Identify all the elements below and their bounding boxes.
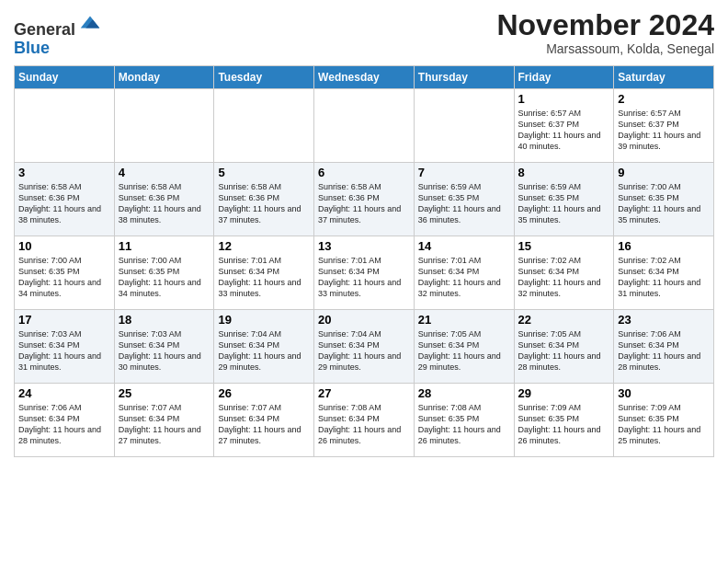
calendar-cell: [414, 88, 514, 162]
day-info: Sunrise: 6:58 AMSunset: 6:36 PMDaylight:…: [119, 181, 210, 226]
location-subtitle: Marsassoum, Kolda, Senegal: [496, 41, 714, 56]
day-info: Sunrise: 7:09 AMSunset: 6:35 PMDaylight:…: [618, 402, 710, 447]
month-title: November 2024: [496, 9, 714, 41]
calendar-cell: 11Sunrise: 7:00 AMSunset: 6:35 PMDayligh…: [114, 236, 214, 309]
calendar-cell: 25Sunrise: 7:07 AMSunset: 6:34 PMDayligh…: [114, 383, 214, 456]
day-number: 5: [218, 166, 310, 179]
logo-icon: [77, 9, 103, 35]
day-number: 20: [318, 313, 410, 327]
calendar-cell: 20Sunrise: 7:04 AMSunset: 6:34 PMDayligh…: [314, 309, 415, 383]
day-number: 13: [318, 239, 410, 253]
day-number: 14: [418, 239, 510, 253]
day-info: Sunrise: 7:07 AMSunset: 6:34 PMDaylight:…: [119, 402, 210, 447]
day-number: 22: [518, 313, 610, 327]
calendar-cell: 15Sunrise: 7:02 AMSunset: 6:34 PMDayligh…: [514, 236, 614, 309]
calendar-header-row: SundayMondayTuesdayWednesdayThursdayFrid…: [15, 65, 714, 88]
calendar-cell: 23Sunrise: 7:06 AMSunset: 6:34 PMDayligh…: [614, 309, 714, 383]
day-number: 17: [18, 313, 110, 327]
day-number: 24: [18, 386, 110, 400]
day-info: Sunrise: 7:06 AMSunset: 6:34 PMDaylight:…: [618, 328, 710, 373]
calendar-cell: 2Sunrise: 6:57 AMSunset: 6:37 PMDaylight…: [614, 88, 714, 162]
calendar-cell: [314, 88, 415, 162]
calendar-week-5: 24Sunrise: 7:06 AMSunset: 6:34 PMDayligh…: [15, 383, 714, 456]
day-number: 27: [318, 386, 410, 400]
day-number: 26: [218, 386, 310, 400]
day-info: Sunrise: 6:59 AMSunset: 6:35 PMDaylight:…: [518, 181, 610, 226]
calendar-week-4: 17Sunrise: 7:03 AMSunset: 6:34 PMDayligh…: [15, 309, 714, 383]
weekday-header-monday: Monday: [114, 65, 214, 88]
day-info: Sunrise: 7:09 AMSunset: 6:35 PMDaylight:…: [518, 402, 610, 447]
calendar-cell: 19Sunrise: 7:04 AMSunset: 6:34 PMDayligh…: [214, 309, 314, 383]
day-info: Sunrise: 7:05 AMSunset: 6:34 PMDaylight:…: [518, 328, 610, 373]
calendar-cell: [114, 88, 214, 162]
day-number: 21: [418, 313, 510, 327]
calendar-cell: 21Sunrise: 7:05 AMSunset: 6:34 PMDayligh…: [414, 309, 514, 383]
day-info: Sunrise: 7:02 AMSunset: 6:34 PMDaylight:…: [618, 255, 710, 300]
calendar-cell: 18Sunrise: 7:03 AMSunset: 6:34 PMDayligh…: [114, 309, 214, 383]
day-number: 19: [218, 313, 310, 327]
weekday-header-saturday: Saturday: [614, 65, 714, 88]
calendar-cell: 30Sunrise: 7:09 AMSunset: 6:35 PMDayligh…: [614, 383, 714, 456]
weekday-header-friday: Friday: [514, 65, 614, 88]
day-number: 8: [518, 166, 610, 179]
day-number: 29: [518, 386, 610, 400]
calendar-cell: 10Sunrise: 7:00 AMSunset: 6:35 PMDayligh…: [15, 236, 115, 309]
calendar-cell: 22Sunrise: 7:05 AMSunset: 6:34 PMDayligh…: [514, 309, 614, 383]
calendar-cell: 9Sunrise: 7:00 AMSunset: 6:35 PMDaylight…: [614, 162, 714, 236]
day-number: 10: [18, 239, 110, 253]
day-info: Sunrise: 6:57 AMSunset: 6:37 PMDaylight:…: [518, 108, 610, 153]
day-info: Sunrise: 7:05 AMSunset: 6:34 PMDaylight:…: [418, 328, 510, 373]
calendar-cell: 7Sunrise: 6:59 AMSunset: 6:35 PMDaylight…: [414, 162, 514, 236]
logo-blue: Blue: [14, 39, 50, 57]
day-info: Sunrise: 7:04 AMSunset: 6:34 PMDaylight:…: [318, 328, 410, 373]
calendar-cell: 28Sunrise: 7:08 AMSunset: 6:35 PMDayligh…: [414, 383, 514, 456]
day-number: 11: [119, 239, 210, 253]
page-header: General Blue November 2024 Marsassoum, K…: [14, 9, 714, 58]
day-number: 12: [218, 239, 310, 253]
calendar-cell: 12Sunrise: 7:01 AMSunset: 6:34 PMDayligh…: [214, 236, 314, 309]
calendar-cell: 5Sunrise: 6:58 AMSunset: 6:36 PMDaylight…: [214, 162, 314, 236]
day-number: 2: [618, 92, 710, 106]
day-info: Sunrise: 6:58 AMSunset: 6:36 PMDaylight:…: [318, 181, 410, 226]
calendar-cell: 16Sunrise: 7:02 AMSunset: 6:34 PMDayligh…: [614, 236, 714, 309]
weekday-header-sunday: Sunday: [15, 65, 115, 88]
calendar-cell: [214, 88, 314, 162]
day-number: 3: [18, 166, 110, 179]
title-block: November 2024 Marsassoum, Kolda, Senegal: [496, 9, 714, 56]
page-container: General Blue November 2024 Marsassoum, K…: [0, 0, 728, 466]
weekday-header-tuesday: Tuesday: [214, 65, 314, 88]
day-number: 15: [518, 239, 610, 253]
day-info: Sunrise: 6:58 AMSunset: 6:36 PMDaylight:…: [18, 181, 110, 226]
logo-general: General: [14, 20, 75, 39]
calendar-table: SundayMondayTuesdayWednesdayThursdayFrid…: [14, 65, 714, 457]
day-number: 30: [618, 386, 710, 400]
day-info: Sunrise: 7:08 AMSunset: 6:34 PMDaylight:…: [318, 402, 410, 447]
day-info: Sunrise: 7:03 AMSunset: 6:34 PMDaylight:…: [119, 328, 210, 373]
day-number: 1: [518, 92, 610, 106]
day-info: Sunrise: 7:02 AMSunset: 6:34 PMDaylight:…: [518, 255, 610, 300]
calendar-week-3: 10Sunrise: 7:00 AMSunset: 6:35 PMDayligh…: [15, 236, 714, 309]
day-number: 16: [618, 239, 710, 253]
calendar-cell: 6Sunrise: 6:58 AMSunset: 6:36 PMDaylight…: [314, 162, 415, 236]
calendar-cell: 14Sunrise: 7:01 AMSunset: 6:34 PMDayligh…: [414, 236, 514, 309]
calendar-cell: 27Sunrise: 7:08 AMSunset: 6:34 PMDayligh…: [314, 383, 415, 456]
day-number: 18: [119, 313, 210, 327]
day-info: Sunrise: 7:01 AMSunset: 6:34 PMDaylight:…: [418, 255, 510, 300]
calendar-cell: 26Sunrise: 7:07 AMSunset: 6:34 PMDayligh…: [214, 383, 314, 456]
calendar-cell: 3Sunrise: 6:58 AMSunset: 6:36 PMDaylight…: [15, 162, 115, 236]
day-number: 28: [418, 386, 510, 400]
day-number: 4: [119, 166, 210, 179]
calendar-week-1: 1Sunrise: 6:57 AMSunset: 6:37 PMDaylight…: [15, 88, 714, 162]
day-number: 23: [618, 313, 710, 327]
calendar-cell: 29Sunrise: 7:09 AMSunset: 6:35 PMDayligh…: [514, 383, 614, 456]
calendar-body: 1Sunrise: 6:57 AMSunset: 6:37 PMDaylight…: [15, 88, 714, 456]
day-info: Sunrise: 7:01 AMSunset: 6:34 PMDaylight:…: [218, 255, 310, 300]
day-info: Sunrise: 7:03 AMSunset: 6:34 PMDaylight:…: [18, 328, 110, 373]
day-info: Sunrise: 7:00 AMSunset: 6:35 PMDaylight:…: [119, 255, 210, 300]
day-info: Sunrise: 7:06 AMSunset: 6:34 PMDaylight:…: [18, 402, 110, 447]
day-info: Sunrise: 7:08 AMSunset: 6:35 PMDaylight:…: [418, 402, 510, 447]
day-number: 9: [618, 166, 710, 179]
day-info: Sunrise: 6:57 AMSunset: 6:37 PMDaylight:…: [618, 108, 710, 153]
calendar-cell: 1Sunrise: 6:57 AMSunset: 6:37 PMDaylight…: [514, 88, 614, 162]
day-info: Sunrise: 7:07 AMSunset: 6:34 PMDaylight:…: [218, 402, 310, 447]
